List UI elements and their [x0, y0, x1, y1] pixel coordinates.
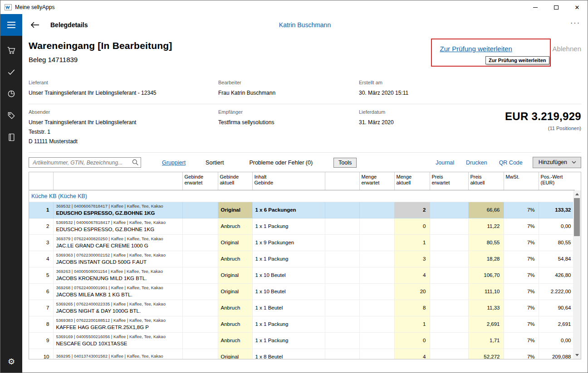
gebinde-aktuell-cell[interactable]: Original: [218, 234, 252, 251]
column-header-pos-wert[interactable]: Pos.-Wert (EUR): [539, 172, 575, 190]
article-cell[interactable]: 369379 | 07622400820250 | Kaffee | Kaffe…: [53, 234, 182, 251]
sidebar-item-catalog[interactable]: [0, 126, 22, 148]
add-button[interactable]: Hinzufügen: [533, 157, 581, 168]
table-row[interactable]: 9 5369169 | 04005500216056 | Kaffee | Ka…: [29, 332, 575, 349]
article-cell[interactable]: 5369265 | 07622400022335 | Kaffee | Kaff…: [53, 300, 182, 316]
problems-link[interactable]: Probleme oder Fehler (0): [249, 160, 313, 166]
article-cell[interactable]: 369268 | 07622400001901 | Kaffee | Kaffe…: [53, 283, 182, 300]
table-row[interactable]: 4 5369363 | 07622300002152 | Kaffee | Ka…: [29, 251, 575, 267]
article-cell[interactable]: 5369169 | 04005500216056 | Kaffee | Kaff…: [53, 332, 182, 349]
gebinde-aktuell-cell[interactable]: Anbruch: [218, 332, 252, 349]
preis-aktuell-cell[interactable]: 18,28: [468, 251, 504, 267]
inhalt-gebinde-cell[interactable]: 1 x 10 Beutel: [252, 283, 325, 300]
table-row[interactable]: 10 369295 | 04013743001582 | Kaffee | Ka…: [29, 349, 575, 359]
column-header-mwst[interactable]: MwSt.: [504, 172, 539, 190]
menge-aktuell-cell[interactable]: 4: [394, 267, 430, 283]
article-cell[interactable]: 5369383 | 07622200188512 | Kaffee | Kaff…: [53, 316, 182, 332]
search-input[interactable]: [29, 157, 141, 168]
column-header-preis-aktuell[interactable]: Preis aktuell: [468, 172, 504, 190]
menge-aktuell-cell[interactable]: 20: [394, 283, 430, 300]
inhalt-gebinde-cell[interactable]: 1 x 9 Packungen: [252, 234, 325, 251]
gebinde-aktuell-cell[interactable]: Original: [218, 267, 252, 283]
vertical-scrollbar[interactable]: [573, 190, 581, 359]
minimize-button[interactable]: [525, 0, 546, 14]
table-row[interactable]: 8 5369383 | 07622200188512 | Kaffee | Ka…: [29, 316, 575, 332]
gebinde-aktuell-cell[interactable]: Anbruch: [218, 300, 252, 316]
gebinde-aktuell-cell[interactable]: Original: [218, 283, 252, 300]
table-row[interactable]: 1 369532 | 04006067818417 | Kaffee | Kaf…: [29, 202, 575, 218]
settings-button[interactable]: ⚙: [0, 351, 22, 373]
sidebar-item-labels[interactable]: [0, 105, 22, 126]
table-row[interactable]: 7 5369265 | 07622400022335 | Kaffee | Ka…: [29, 300, 575, 316]
column-header-menge-aktuell[interactable]: Menge aktuell: [394, 172, 430, 190]
inhalt-gebinde-cell[interactable]: 1 x 6 Packungen: [252, 202, 325, 218]
preis-aktuell-cell[interactable]: 106,70: [468, 267, 504, 283]
article-cell[interactable]: 5369363 | 07622300002152 | Kaffee | Kaff…: [53, 251, 182, 267]
more-button[interactable]: ···: [570, 22, 580, 28]
inhalt-gebinde-cell[interactable]: 1 x 1 Packung: [252, 251, 325, 267]
group-header[interactable]: Küche KB (Küche KB): [29, 190, 575, 202]
menge-aktuell-cell[interactable]: 1: [394, 316, 430, 332]
user-name[interactable]: Katrin Buschmann: [279, 21, 331, 29]
view-grouped-link[interactable]: Gruppiert: [162, 160, 186, 166]
view-sorted-link[interactable]: Sortiert: [206, 160, 224, 166]
menge-aktuell-cell[interactable]: 2: [394, 202, 430, 218]
gebinde-aktuell-cell[interactable]: Anbruch: [218, 251, 252, 267]
table-row[interactable]: 5 369263 | 04000508001154 | Kaffee | Kaf…: [29, 267, 575, 283]
reject-button[interactable]: Ablehnen: [553, 40, 581, 53]
scrollbar-track[interactable]: [573, 198, 581, 351]
journal-link[interactable]: Journal: [436, 160, 454, 166]
inhalt-gebinde-cell[interactable]: 1 x 1 Beutel: [252, 300, 325, 316]
forward-for-review-link[interactable]: Zur Prüfung weiterleiten: [440, 45, 512, 53]
inhalt-gebinde-cell[interactable]: 1 x 1 Packung: [252, 316, 325, 332]
sidebar-item-reports[interactable]: [0, 83, 22, 105]
menge-aktuell-cell[interactable]: 8: [394, 300, 430, 316]
menge-aktuell-cell[interactable]: 4: [394, 349, 430, 359]
scrollbar-thumb[interactable]: [574, 198, 580, 236]
table-row[interactable]: 2 5369532 | 04006067818417 | Kaffee | Ka…: [29, 218, 575, 234]
table-row[interactable]: 3 369379 | 07622400820250 | Kaffee | Kaf…: [29, 234, 575, 251]
close-button[interactable]: ✕: [567, 0, 588, 14]
search-icon[interactable]: [132, 159, 139, 168]
preis-aktuell-cell[interactable]: 111,10: [468, 283, 504, 300]
preis-aktuell-cell[interactable]: 1,71: [468, 332, 504, 349]
preis-aktuell-cell[interactable]: 52,272: [468, 349, 504, 359]
column-header-preis-erwartet[interactable]: Preis erwartet: [430, 172, 468, 190]
preis-aktuell-cell[interactable]: 66,66: [468, 202, 504, 218]
table-row[interactable]: 6 369268 | 07622400001901 | Kaffee | Kaf…: [29, 283, 575, 300]
preis-aktuell-cell[interactable]: 80,55: [468, 234, 504, 251]
column-header-menge-erwartet[interactable]: Menge erwartet: [359, 172, 394, 190]
inhalt-gebinde-cell[interactable]: 1 x 1 Packung: [252, 218, 325, 234]
sidebar-item-cart[interactable]: [0, 39, 22, 61]
back-button[interactable]: [28, 18, 42, 32]
column-header-gebinde-erwartet[interactable]: Gebinde erwartet: [182, 172, 218, 190]
scrollbar-down-button[interactable]: [573, 351, 581, 359]
tools-button[interactable]: Tools: [333, 158, 357, 168]
menu-button[interactable]: [0, 14, 22, 36]
column-header-gebinde-aktuell[interactable]: Gebinde aktuell: [218, 172, 252, 190]
gebinde-aktuell-cell[interactable]: Original: [218, 349, 252, 359]
qr-code-link[interactable]: QR Code: [499, 160, 523, 166]
menge-aktuell-cell[interactable]: 1: [394, 234, 430, 251]
gebinde-aktuell-cell[interactable]: Anbruch: [218, 316, 252, 332]
article-cell[interactable]: 369295 | 04013743001582 | Kaffee | Kaffe…: [53, 349, 182, 359]
maximize-button[interactable]: [546, 0, 567, 14]
article-cell[interactable]: 369532 | 04006067818417 | Kaffee | Kaffe…: [53, 202, 182, 218]
gebinde-aktuell-cell[interactable]: Original: [218, 202, 252, 218]
preis-aktuell-cell[interactable]: 2,691: [468, 316, 504, 332]
article-cell[interactable]: 5369532 | 04006067818417 | Kaffee | Kaff…: [53, 218, 182, 234]
inhalt-gebinde-cell[interactable]: 1 x 10 Beutel: [252, 267, 325, 283]
preis-aktuell-cell[interactable]: 11,33: [468, 300, 504, 316]
article-cell[interactable]: 369263 | 04000508001154 | Kaffee | Kaffe…: [53, 267, 182, 283]
scrollbar-up-button[interactable]: [573, 190, 581, 198]
inhalt-gebinde-cell[interactable]: 1 x 1 Packung: [252, 332, 325, 349]
gebinde-aktuell-cell[interactable]: Anbruch: [218, 218, 252, 234]
menge-aktuell-cell[interactable]: 0: [394, 332, 430, 349]
sidebar-item-tasks[interactable]: [0, 61, 22, 83]
menge-aktuell-cell[interactable]: 0: [394, 218, 430, 234]
column-header-inhalt-gebinde[interactable]: Inhalt Gebinde: [252, 172, 325, 190]
print-link[interactable]: Drucken: [466, 160, 487, 166]
inhalt-gebinde-cell[interactable]: 1 x 8 Beutel: [252, 349, 325, 359]
preis-aktuell-cell[interactable]: 11,22: [468, 218, 504, 234]
menge-aktuell-cell[interactable]: 3: [394, 251, 430, 267]
